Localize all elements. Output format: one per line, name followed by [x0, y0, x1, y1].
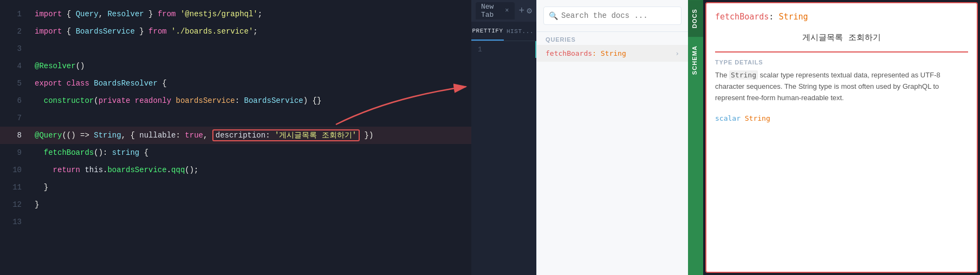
code-line-9: 9 fetchBoards(): string {	[0, 144, 471, 161]
code-content-2: import { BoardsService } from './boards.…	[35, 23, 258, 40]
code-line-2: 2 import { BoardsService } from './board…	[0, 23, 471, 40]
docs-tab[interactable]: DOCS	[688, 0, 703, 37]
rp-description: 게시글목록 조회하기	[715, 28, 968, 53]
right-detail-panel: fetchBoards: String 게시글목록 조회하기 TYPE DETA…	[705, 2, 978, 273]
code-line-1: 1 import { Query, Resolver } from '@nest…	[0, 5, 471, 23]
code-line-13: 13	[0, 213, 471, 231]
code-content-8: @Query(() => String, { nullable: true, d…	[35, 127, 373, 144]
code-content-6: constructor(private readonly boardsServi…	[35, 92, 321, 109]
code-line-11: 11 }	[0, 179, 471, 196]
type-details-label: TYPE DETAILS	[715, 59, 968, 66]
type-desc-before: The	[715, 71, 729, 79]
gql-line-number: 1	[471, 41, 536, 58]
line-num-13: 13	[4, 213, 22, 231]
queries-label: QUERIES	[537, 32, 688, 45]
rp-title-val: String	[778, 12, 808, 22]
code-line-3: 3	[0, 40, 471, 57]
search-wrap: 🔍	[543, 6, 682, 25]
line-num-1: 1	[4, 5, 22, 23]
line-num-11: 11	[4, 179, 22, 196]
tab-label: New Tab	[481, 3, 502, 19]
code-editor: 1 import { Query, Resolver } from '@nest…	[0, 0, 471, 275]
graphql-panel: New Tab × + ⚙ PRETTIFY HIST... 1	[471, 0, 536, 275]
fetch-boards-query-item[interactable]: fetchBoards: String ›	[537, 45, 688, 62]
code-line-12: 12 }	[0, 196, 471, 213]
new-tab[interactable]: New Tab ×	[476, 2, 515, 19]
code-line-7: 7	[0, 109, 471, 127]
code-content-5: export class BoardsResolver {	[35, 75, 167, 92]
type-description: The String scalar type represents textua…	[715, 70, 968, 103]
scalar-val: String	[745, 114, 770, 122]
side-tabs: DOCS SCHEMA	[688, 0, 703, 275]
history-button[interactable]: HIST...	[504, 22, 536, 41]
search-input[interactable]	[543, 6, 682, 25]
code-line-6: 6 constructor(private readonly boardsSer…	[0, 92, 471, 109]
code-content-4: @Resolver()	[35, 57, 85, 75]
line-num-9: 9	[4, 144, 22, 161]
gear-icon[interactable]: ⚙	[527, 5, 532, 16]
code-line-5: 5 export class BoardsResolver {	[0, 75, 471, 92]
right-panel-title: fetchBoards: String	[715, 12, 968, 22]
rp-title-colon: :	[769, 12, 778, 22]
docs-search-area: 🔍	[537, 0, 688, 32]
line-num-3: 3	[4, 40, 22, 57]
code-content-7	[35, 109, 39, 127]
line-num-5: 5	[4, 75, 22, 92]
search-icon: 🔍	[549, 11, 558, 21]
panel-buttons: PRETTIFY HIST...	[471, 22, 536, 41]
tab-bar: New Tab × + ⚙	[471, 0, 536, 22]
line-num-10: 10	[4, 161, 22, 179]
code-content-13	[35, 213, 39, 231]
line-num-6: 6	[4, 92, 22, 109]
code-content-3	[35, 40, 39, 57]
code-line-8: 8 @Query(() => String, { nullable: true,…	[0, 127, 471, 144]
code-content-11: }	[35, 179, 48, 196]
line-num-7: 7	[4, 109, 22, 127]
scalar-line: scalar String	[715, 114, 968, 122]
code-line-4: 4 @Resolver()	[0, 57, 471, 75]
type-desc-code: String	[729, 70, 758, 80]
code-content-9: fetchBoards(): string {	[35, 144, 148, 161]
code-content-10: return this.boardsService.qqq();	[35, 161, 199, 179]
rp-title-key: fetchBoards	[715, 12, 769, 22]
docs-sidebar: 🔍 QUERIES fetchBoards: String ›	[536, 0, 688, 275]
add-tab-button[interactable]: +	[519, 5, 525, 16]
line-num-8: 8	[4, 127, 22, 144]
line-num-2: 2	[4, 23, 22, 40]
chevron-right-icon: ›	[675, 49, 679, 57]
line-num-4: 4	[4, 57, 22, 75]
code-content-12: }	[35, 196, 39, 213]
tab-close-button[interactable]: ×	[505, 7, 509, 15]
line-num-12: 12	[4, 196, 22, 213]
schema-tab[interactable]: SCHEMA	[688, 37, 703, 83]
prettify-button[interactable]: PRETTIFY	[471, 22, 504, 41]
code-line-10: 10 return this.boardsService.qqq();	[0, 161, 471, 179]
query-name: fetchBoards: String	[546, 49, 626, 57]
code-content-1: import { Query, Resolver } from '@nestjs…	[35, 5, 262, 23]
scalar-key: scalar	[715, 114, 741, 122]
